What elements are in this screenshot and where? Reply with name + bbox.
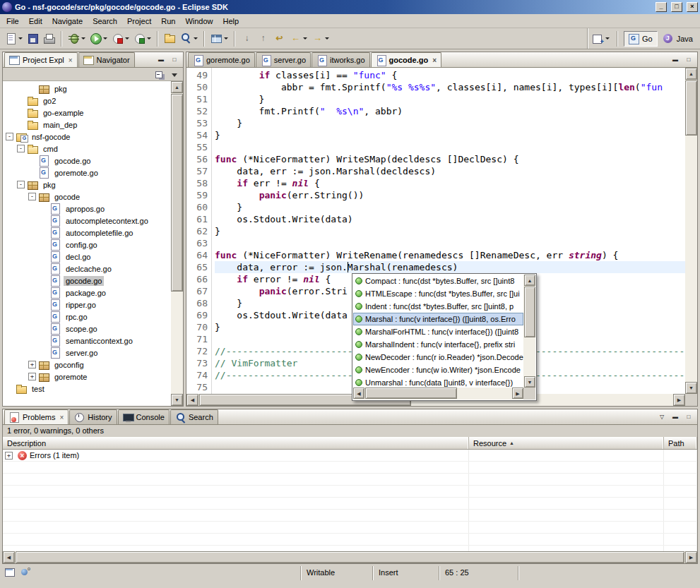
view-tab-console[interactable]: Console	[118, 409, 170, 424]
scroll-down-icon[interactable]: ▼	[524, 376, 535, 388]
menu-window[interactable]: Window	[180, 15, 218, 28]
explorer-tab-project-expl[interactable]: Project Expl×	[4, 52, 78, 67]
view-tab-problems[interactable]: Problems×	[4, 409, 69, 424]
minus-expander-icon[interactable]: -	[17, 145, 25, 152]
view-tab-search[interactable]: Search	[170, 409, 218, 424]
scroll-left-icon[interactable]: ◀	[186, 394, 198, 406]
maximize-view-icon[interactable]: □	[683, 55, 694, 65]
completion-item[interactable]: NewEncoder : func(w io.Writer) *json.Enc…	[353, 364, 523, 376]
tree-item-pkg[interactable]: -pkg	[3, 179, 171, 191]
dropdown-arrow-icon[interactable]	[147, 37, 151, 40]
column-header-resource[interactable]: Resource▲	[469, 437, 664, 449]
code-line-63[interactable]	[215, 237, 685, 249]
code-line-61[interactable]: os.Stdout.Write(data)	[215, 213, 685, 225]
menu-edit[interactable]: Edit	[24, 15, 47, 28]
code-line-55[interactable]	[215, 141, 685, 153]
menu-run[interactable]: Run	[156, 15, 180, 28]
scroll-left-icon[interactable]: ◀	[353, 388, 364, 399]
completion-item[interactable]: NewDecoder : func(r io.Reader) *json.Dec…	[353, 351, 523, 364]
scrollbar-thumb[interactable]	[16, 551, 684, 563]
plus-expander-icon[interactable]: +	[5, 452, 13, 460]
open-perspective-button[interactable]	[591, 32, 611, 45]
completion-horizontal-scrollbar[interactable]: ◀ ▶	[353, 388, 523, 400]
tree-item-server-go[interactable]: server.go	[3, 347, 171, 359]
tree-item-goconfig[interactable]: +goconfig	[3, 359, 171, 371]
tree-item-pkg[interactable]: pkg	[3, 83, 171, 95]
back-button[interactable]	[288, 31, 309, 46]
perspective-java-button[interactable]: Java	[659, 31, 697, 47]
minus-expander-icon[interactable]: -	[28, 193, 36, 200]
minus-expander-icon[interactable]: -	[6, 133, 13, 140]
tree-vertical-scrollbar[interactable]: ▲ ▼	[171, 81, 183, 406]
dropdown-arrow-icon[interactable]	[224, 37, 228, 40]
view-menu-icon[interactable]	[170, 70, 179, 79]
tree-item-semanticcontext-go[interactable]: semanticcontext.go	[3, 335, 171, 347]
maximize-view-icon[interactable]: □	[683, 412, 694, 422]
column-header-description[interactable]: Description	[3, 437, 469, 449]
close-tab-icon[interactable]: ×	[69, 56, 73, 64]
plus-expander-icon[interactable]: +	[28, 361, 36, 368]
problems-row[interactable]: +Errors (1 item)	[3, 450, 697, 462]
code-line-60[interactable]: }	[215, 201, 685, 213]
code-line-56[interactable]: func (*NiceFormatter) WriteSMap(decldesc…	[215, 153, 685, 165]
tree-item-rpc-go[interactable]: rpc.go	[3, 311, 171, 323]
tree-item-cmd[interactable]: -cmd	[3, 143, 171, 155]
scroll-down-icon[interactable]: ▼	[685, 382, 697, 394]
dropdown-arrow-icon[interactable]	[325, 37, 329, 40]
print-button[interactable]	[42, 31, 57, 46]
code-line-54[interactable]: }	[215, 129, 685, 141]
scroll-right-icon[interactable]: ▶	[673, 394, 685, 406]
editor-tab-server-go[interactable]: server.go	[256, 52, 311, 67]
dropdown-arrow-icon[interactable]	[194, 37, 198, 40]
new-snippet-button[interactable]	[209, 31, 230, 46]
code-line-49[interactable]: if classes[i] == "func" {	[215, 69, 685, 81]
scroll-down-icon[interactable]: ▼	[171, 394, 183, 406]
view-tab-history[interactable]: History	[69, 409, 117, 424]
minimize-button[interactable]: _	[655, 2, 667, 12]
scrollbar-thumb[interactable]	[685, 80, 697, 136]
tree-item-gocode-go[interactable]: gocode.go	[3, 275, 171, 287]
minimize-view-icon[interactable]: ▬	[670, 412, 681, 422]
tree-item-test[interactable]: test	[3, 383, 171, 395]
perspective-go-button[interactable]: Go	[624, 31, 658, 47]
scroll-right-icon[interactable]: ▶	[512, 388, 523, 399]
new-wizard-button[interactable]	[4, 31, 24, 46]
run-button[interactable]	[88, 31, 109, 46]
debug-button[interactable]	[66, 31, 87, 46]
code-line-53[interactable]: }	[215, 117, 685, 129]
minus-expander-icon[interactable]: -	[17, 181, 25, 188]
editor-vertical-scrollbar[interactable]: ▲ ▼	[685, 68, 697, 394]
completion-vertical-scrollbar[interactable]: ▲ ▼	[523, 275, 535, 388]
dropdown-arrow-icon[interactable]	[605, 37, 610, 40]
prev-annotation-button[interactable]	[256, 31, 271, 46]
code-line-59[interactable]: panic(err.String())	[215, 189, 685, 201]
close-button[interactable]: ×	[687, 2, 698, 12]
tree-item-declcache-go[interactable]: declcache.go	[3, 263, 171, 275]
status-indicator-button[interactable]	[18, 566, 32, 579]
code-line-50[interactable]: abbr = fmt.Sprintf("%s %s%s", classes[i]…	[215, 81, 685, 93]
tree-item-main-dep[interactable]: main_dep	[3, 119, 171, 131]
external-tools-button[interactable]	[132, 31, 153, 46]
plus-expander-icon[interactable]: +	[28, 373, 36, 380]
completion-item[interactable]: Compact : func(dst *bytes.Buffer, src []…	[353, 275, 523, 287]
minimize-view-icon[interactable]: ▬	[155, 55, 167, 65]
completion-item[interactable]: Indent : func(dst *bytes.Buffer, src []u…	[353, 300, 523, 313]
scrollbar-thumb[interactable]	[171, 94, 183, 292]
tree-item-package-go[interactable]: package.go	[3, 287, 171, 299]
next-annotation-button[interactable]	[239, 31, 254, 46]
forward-button[interactable]	[310, 31, 331, 46]
menu-search[interactable]: Search	[88, 15, 122, 28]
completion-item[interactable]: MarshalForHTML : func(v interface{}) ([]…	[353, 325, 523, 338]
tree-item-goremote[interactable]: +goremote	[3, 371, 171, 383]
tree-item-ripper-go[interactable]: ripper.go	[3, 299, 171, 311]
maximize-button[interactable]: □	[671, 2, 682, 12]
menu-project[interactable]: Project	[122, 15, 156, 28]
tree-item-go2[interactable]: go2	[3, 95, 171, 107]
maximize-view-icon[interactable]: □	[169, 55, 180, 65]
problems-horizontal-scrollbar[interactable]: ◀ ▶	[3, 551, 697, 563]
dropdown-arrow-icon[interactable]	[18, 37, 23, 40]
title-bar[interactable]: Go - nsf-gocode/src/pkg/gocode/gocode.go…	[0, 0, 700, 14]
tree-item-apropos-go[interactable]: apropos.go	[3, 203, 171, 215]
completion-item[interactable]: MarshalIndent : func(v interface{}, pref…	[353, 338, 523, 351]
dropdown-arrow-icon[interactable]	[103, 37, 107, 40]
